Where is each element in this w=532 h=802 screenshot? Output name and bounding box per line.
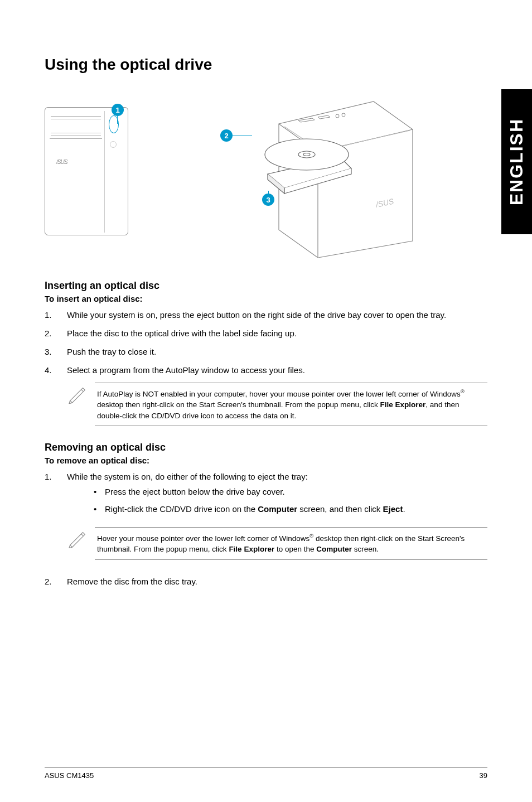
svg-point-4 <box>303 153 310 156</box>
inserting-steps: 1.While your system is on, press the eje… <box>45 309 487 376</box>
step-text: While your system is on, press the eject… <box>67 309 487 321</box>
page-title: Using the optical drive <box>45 56 487 74</box>
step-text: Select a program from the AutoPlay windo… <box>67 364 487 376</box>
step-text: Place the disc to the optical drive with… <box>67 327 487 339</box>
bullet-item: Press the eject button below the drive b… <box>89 486 487 497</box>
note-text: Hover your mouse pointer over the lower … <box>95 527 487 560</box>
removing-steps-2: 2.Remove the disc from the disc tray. <box>45 576 487 587</box>
note-hover: Hover your mouse pointer over the lower … <box>67 527 487 560</box>
language-tab: ENGLISH <box>501 89 532 234</box>
pencil-icon <box>67 527 95 550</box>
pencil-icon <box>67 383 95 406</box>
removing-steps: 1. While the system is on, do either of … <box>45 471 487 520</box>
note-text: If AutoPlay is NOT enabled in your compu… <box>95 383 487 426</box>
step-text: Remove the disc from the disc tray. <box>67 576 487 587</box>
step-text: Push the tray to close it. <box>67 346 487 357</box>
language-label: ENGLISH <box>506 118 527 205</box>
callout-3: 3 <box>262 194 274 206</box>
step-text: While the system is on, do either of the… <box>67 471 487 520</box>
asus-logo: /SUS <box>56 159 67 165</box>
step-num: 2. <box>45 327 67 339</box>
figure-front-tower: /SUS 1 <box>45 90 167 247</box>
callout-2: 2 <box>220 129 233 142</box>
figure-iso-tower: /SUS 2 3 <box>201 90 413 258</box>
callout-1: 1 <box>112 104 124 116</box>
removing-bullets: Press the eject button below the drive b… <box>67 486 487 515</box>
bullet-item: Right-click the CD/DVD drive icon on the… <box>89 503 487 515</box>
step-num: 1. <box>45 309 67 321</box>
footer-page-num: 39 <box>480 771 487 780</box>
removing-sub: To remove an optical disc: <box>45 456 487 465</box>
step-num: 2. <box>45 576 67 587</box>
figure-row: /SUS 1 <box>45 90 487 258</box>
inserting-sub: To insert an optical disc: <box>45 294 487 303</box>
page-footer: ASUS CM1435 39 <box>45 767 487 780</box>
removing-heading: Removing an optical disc <box>45 442 487 453</box>
step-num: 4. <box>45 364 67 376</box>
step-num: 1. <box>45 471 67 520</box>
step-num: 3. <box>45 346 67 357</box>
tower-iso-svg: /SUS <box>234 96 424 258</box>
inserting-heading: Inserting an optical disc <box>45 280 487 292</box>
note-autoplay: If AutoPlay is NOT enabled in your compu… <box>67 383 487 426</box>
footer-left: ASUS CM1435 <box>45 771 94 780</box>
tower-front: /SUS <box>45 107 128 235</box>
